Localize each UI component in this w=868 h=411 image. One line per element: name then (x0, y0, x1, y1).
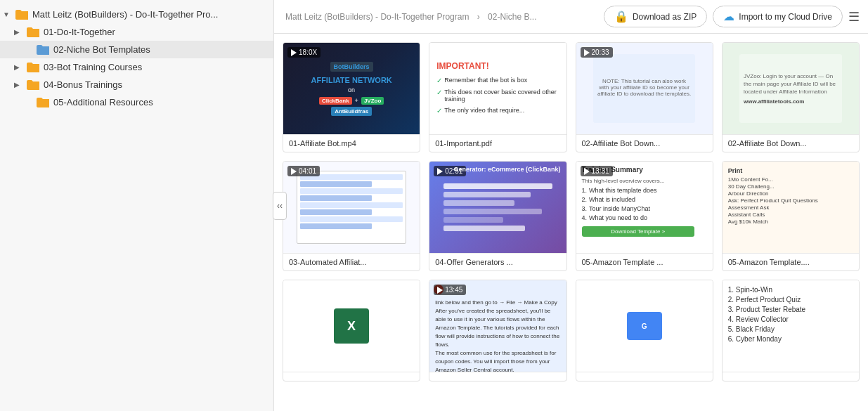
sidebar-label-05: 05-Additional Resources (53, 97, 268, 107)
play-icon-04 (437, 168, 443, 175)
sidebar-item-01[interactable]: ▶ 01-Do-It-Together (0, 23, 273, 41)
offer-bar-4 (443, 209, 542, 214)
amazon2-item-5: Assessment Ask (728, 204, 818, 211)
card-02-affiliate-down2[interactable]: JVZoo: Login to your account — On the ma… (722, 42, 860, 152)
sidebar: ▼ Matt Leitz (BotBuilders) - Do-It-Toget… (0, 0, 274, 411)
download2-thumb-inner: JVZoo: Login to your account — On the ma… (739, 54, 842, 123)
bullet-num-4: 4. (582, 214, 588, 221)
flow-row-5 (300, 202, 402, 208)
card-label-row3-4 (723, 372, 859, 381)
offer-bar-6 (443, 226, 526, 231)
training-bullet-2: 2. What is included (582, 196, 636, 203)
amazon2-list: 1Mo Content Fo... 30 Day Challeng... Arb… (728, 176, 818, 225)
card-thumb-row3-google: G (576, 280, 713, 372)
card-01-important[interactable]: IMPORTANT! ✓ Remember that the bot is bo… (429, 42, 566, 152)
import-cloud-button[interactable]: ☁ Import to my Cloud Drive (713, 6, 843, 27)
offer-bar-5 (443, 217, 503, 223)
card-row3-text[interactable]: 13:45 link below and then go to → File →… (429, 280, 566, 381)
plus-text: + (355, 97, 358, 104)
card-05-amazon-training[interactable]: 13:31 Training Summary This high-level o… (576, 161, 713, 271)
sidebar-root-item[interactable]: ▼ Matt Leitz (BotBuilders) - Do-It-Toget… (0, 6, 273, 23)
breadcrumb-child: 02-Niche B... (488, 12, 536, 22)
card-label-02-down2: 02-Affiliate Bot Down... (723, 134, 859, 152)
sidebar-item-02[interactable]: 02-Niche Bot Templates (0, 41, 273, 58)
card-row3-excel[interactable]: X (283, 280, 420, 381)
card-02-affiliate-down1[interactable]: 20:33 NOTE: This tutorial can also work … (576, 42, 713, 152)
card-thumb-04-offers: 02:51 Generator: eCommerce (ClickBank) (429, 162, 566, 253)
sidebar-label-03: 03-Bot Training Courses (44, 62, 268, 72)
checkmark-2: ✓ (436, 89, 442, 96)
clickbank-row: ClickBank + JVZoo (319, 97, 384, 105)
cloud-icon: ☁ (723, 10, 734, 23)
card-label-row3-1 (283, 372, 420, 381)
play-icon-03 (291, 168, 297, 175)
import-cloud-label: Import to my Cloud Drive (739, 12, 832, 22)
card-label-04-offers: 04-Offer Generators ... (429, 253, 566, 270)
card-row3-spinwin[interactable]: 1. Spin-to-Win 2. Perfect Product Quiz 3… (722, 280, 860, 381)
card-label-02-down1: 02-Affiliate Bot Down... (576, 134, 713, 152)
flow-row-6 (300, 209, 372, 215)
collapse-sidebar-button[interactable]: ‹‹ (273, 192, 287, 220)
content-grid-container: 18:0X BotBuilders AFFILIATE NETWORK on C… (274, 34, 868, 411)
card-01-affiliate[interactable]: 18:0X BotBuilders AFFILIATE NETWORK on C… (283, 42, 420, 152)
card-04-offers[interactable]: 02:51 Generator: eCommerce (ClickBank) 0… (429, 161, 566, 271)
amazon2-item-7: Avg $10k Match (728, 218, 818, 225)
bullet-text-4: What you need to do (589, 214, 647, 221)
duration-text-02: 20:33 (592, 48, 609, 56)
folder-icon (15, 10, 28, 20)
download2-text: JVZoo: Login to your account — On the ma… (744, 72, 838, 105)
duration-badge-03: 04:01 (287, 166, 320, 176)
offers-chart (443, 183, 552, 231)
sidebar-label-01: 01-Do-It-Together (44, 27, 268, 37)
card-thumb-row3-excel: X (283, 280, 420, 372)
lock-icon: 🔒 (614, 10, 628, 23)
checkmark-3: ✓ (436, 107, 442, 115)
sidebar-item-03[interactable]: ▶ 03-Bot Training Courses (0, 58, 273, 76)
bullet-num-2: 2. (582, 196, 588, 203)
amazon2-item-2: 30 Day Challeng... (728, 183, 818, 190)
offer-bar-3 (443, 200, 514, 206)
sidebar-item-05[interactable]: 05-Additional Resources (0, 93, 273, 111)
bullet-text-2: What is included (589, 196, 635, 203)
spinwin-item-3: 3. Product Tester Rebate (728, 306, 805, 313)
card-row3-google[interactable]: G (576, 280, 713, 381)
card-label-05-training: 05-Amazon Template ... (576, 253, 713, 270)
folder-icon-05 (37, 98, 49, 107)
download-zip-button[interactable]: 🔒 Download as ZIP (604, 6, 707, 27)
card-03-auto[interactable]: 04:01 03-Automated Affiliat... (283, 161, 420, 271)
check-item-1: ✓ Remember that the bot is box (436, 77, 527, 84)
duration-badge: 18:0X (287, 47, 320, 58)
bullet-text-3: Tour inside ManyChat (589, 205, 650, 212)
card-label-03-auto: 03-Automated Affiliat... (283, 253, 420, 270)
card-thumb-01-important: IMPORTANT! ✓ Remember that the bot is bo… (429, 43, 566, 134)
generator-label: Generator: eCommerce (ClickBank) (453, 166, 560, 173)
sidebar-item-04[interactable]: ▶ 04-Bonus Trainings (0, 76, 273, 93)
excel-icon: X (334, 308, 369, 344)
download-template-button[interactable]: Download Template » (582, 226, 694, 237)
download2-note: JVZoo: Login to your account — On the ma… (744, 72, 838, 96)
card-label-row3-3 (576, 372, 713, 381)
menu-icon[interactable]: ☰ (848, 9, 860, 25)
card-thumb-03-auto: 04:01 (283, 162, 420, 253)
folder-icon-04 (27, 80, 39, 90)
expand-arrow-01: ▶ (14, 28, 24, 36)
row3-text-content: link below and then go to → File → Make … (435, 299, 560, 372)
breadcrumb-root: Matt Leitz (BotBuilders) - Do-It-Togethe… (285, 12, 469, 22)
flow-mockup (297, 171, 406, 244)
checkmark-1: ✓ (436, 77, 442, 84)
amazon2-header: Print (728, 167, 743, 174)
play-icon-05 (584, 168, 590, 175)
card-05-amazon2[interactable]: Print 1Mo Content Fo... 30 Day Challeng.… (722, 161, 860, 271)
training-bullet-1: 1. What this template does (582, 187, 657, 194)
excel-letter: X (347, 319, 356, 334)
play-icon (291, 49, 297, 56)
check-item-3: ✓ The only video that require... (436, 107, 524, 115)
spinwin-item-5: 5. Black Friday (728, 325, 805, 333)
content-grid: 18:0X BotBuilders AFFILIATE NETWORK on C… (283, 42, 860, 381)
breadcrumb: Matt Leitz (BotBuilders) - Do-It-Togethe… (283, 12, 598, 22)
training-bullet-4: 4. What you need to do (582, 214, 648, 221)
bullet-text-1: What this template does (589, 187, 657, 194)
folder-icon-01 (27, 27, 39, 37)
expand-arrow-03: ▶ (14, 63, 24, 71)
main-panel: Matt Leitz (BotBuilders) - Do-It-Togethe… (274, 0, 868, 411)
